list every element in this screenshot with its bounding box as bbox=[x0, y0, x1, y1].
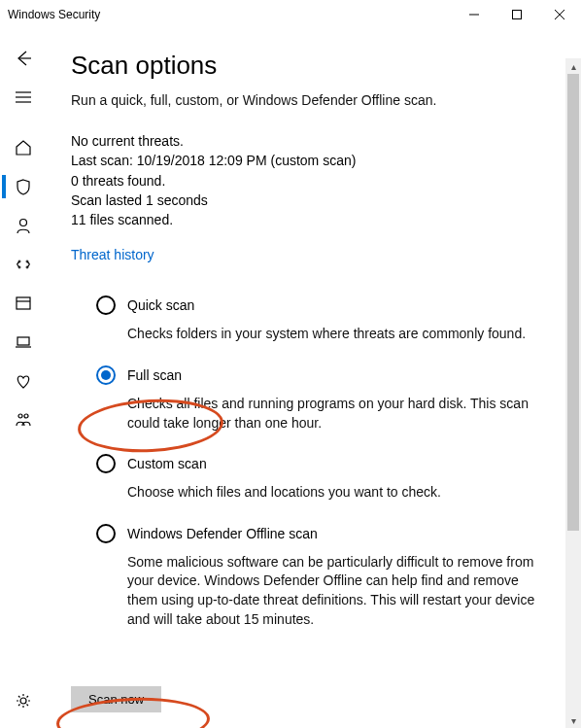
svg-point-18 bbox=[24, 414, 28, 418]
status-files-scanned: 11 files scanned. bbox=[71, 210, 552, 229]
window-controls bbox=[453, 0, 581, 29]
sidebar-item-family[interactable] bbox=[2, 400, 45, 439]
option-full: Full scan Checks all files and running p… bbox=[96, 365, 552, 433]
option-label: Quick scan bbox=[127, 297, 194, 313]
svg-rect-1 bbox=[513, 11, 522, 19]
radio-full[interactable]: Full scan bbox=[96, 365, 552, 385]
sidebar-item-home[interactable] bbox=[2, 128, 45, 167]
sidebar-item-settings[interactable] bbox=[2, 681, 45, 720]
svg-point-19 bbox=[20, 698, 26, 704]
option-label: Full scan bbox=[127, 367, 182, 383]
option-label: Custom scan bbox=[127, 456, 207, 471]
status-last-scan: Last scan: 10/19/2018 12:09 PM (custom s… bbox=[71, 151, 552, 170]
sidebar bbox=[0, 29, 47, 728]
back-button[interactable] bbox=[2, 39, 45, 78]
shield-icon bbox=[15, 178, 32, 195]
firewall-icon bbox=[15, 256, 32, 273]
heart-icon bbox=[15, 372, 32, 390]
radio-offline[interactable]: Windows Defender Offline scan bbox=[96, 524, 552, 543]
sidebar-item-device-security[interactable] bbox=[2, 323, 45, 362]
option-quick: Quick scan Checks folders in your system… bbox=[96, 295, 552, 344]
svg-rect-15 bbox=[17, 337, 29, 345]
option-offline: Windows Defender Offline scan Some malic… bbox=[96, 524, 552, 629]
laptop-icon bbox=[15, 333, 32, 351]
radio-quick[interactable]: Quick scan bbox=[96, 295, 552, 315]
window-title: Windows Security bbox=[8, 8, 453, 21]
option-label: Windows Defender Offline scan bbox=[127, 526, 318, 541]
close-icon bbox=[555, 10, 564, 19]
home-icon bbox=[15, 139, 32, 156]
family-icon bbox=[15, 411, 32, 429]
scroll-down-icon: ▾ bbox=[565, 712, 581, 728]
close-button[interactable] bbox=[538, 0, 581, 29]
scrollbar[interactable]: ▴ ▾ bbox=[565, 58, 581, 728]
maximize-button[interactable] bbox=[496, 0, 538, 29]
page-title: Scan options bbox=[71, 51, 552, 81]
window-icon bbox=[15, 295, 32, 312]
status-no-threats: No current threats. bbox=[71, 131, 552, 151]
sidebar-item-device-health[interactable] bbox=[2, 362, 45, 400]
page-subtitle: Run a quick, full, custom, or Windows De… bbox=[71, 92, 552, 108]
scroll-up-icon: ▴ bbox=[565, 58, 581, 74]
minimize-icon bbox=[469, 10, 479, 19]
titlebar: Windows Security bbox=[0, 0, 581, 29]
radio-icon bbox=[96, 454, 116, 473]
radio-icon bbox=[96, 365, 116, 385]
svg-rect-13 bbox=[17, 297, 30, 309]
scan-options: Quick scan Checks folders in your system… bbox=[96, 295, 552, 629]
threat-history-link[interactable]: Threat history bbox=[71, 247, 154, 262]
sidebar-item-app-browser[interactable] bbox=[2, 284, 45, 323]
option-custom: Custom scan Choose which files and locat… bbox=[96, 454, 552, 503]
gear-icon bbox=[15, 692, 32, 710]
main-content: Scan options Run a quick, full, custom, … bbox=[47, 29, 581, 728]
scroll-track bbox=[565, 74, 581, 712]
account-icon bbox=[15, 217, 32, 234]
sidebar-item-firewall[interactable] bbox=[2, 245, 45, 284]
option-description: Checks all files and running programs on… bbox=[127, 395, 552, 433]
sidebar-item-account[interactable] bbox=[2, 206, 45, 245]
radio-icon bbox=[96, 295, 116, 315]
scroll-thumb[interactable] bbox=[567, 74, 579, 531]
maximize-icon bbox=[512, 10, 522, 19]
menu-button[interactable] bbox=[2, 78, 45, 117]
back-icon bbox=[15, 50, 32, 67]
minimize-button[interactable] bbox=[453, 0, 496, 29]
menu-icon bbox=[15, 88, 32, 106]
option-description: Some malicious software can be particula… bbox=[127, 553, 552, 629]
svg-point-8 bbox=[20, 220, 27, 226]
sidebar-item-security[interactable] bbox=[2, 167, 45, 206]
option-description: Choose which files and locations you wan… bbox=[127, 483, 552, 503]
status-scan-duration: Scan lasted 1 seconds bbox=[71, 191, 552, 210]
svg-point-17 bbox=[18, 414, 22, 418]
scan-now-button[interactable]: Scan now bbox=[71, 686, 161, 712]
option-description: Checks folders in your system where thre… bbox=[127, 325, 552, 344]
radio-custom[interactable]: Custom scan bbox=[96, 454, 552, 473]
status-block: No current threats. Last scan: 10/19/201… bbox=[71, 131, 552, 229]
status-threats-found: 0 threats found. bbox=[71, 171, 552, 191]
radio-icon bbox=[96, 524, 116, 543]
